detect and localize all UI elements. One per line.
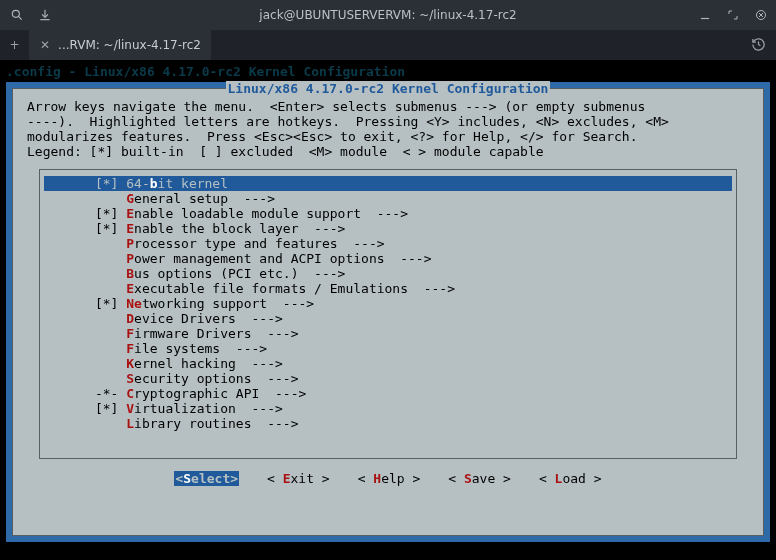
menu-item[interactable]: -*- Cryptographic API ---> (44, 386, 732, 401)
menu-item[interactable]: [*] 64-bit kernel (44, 176, 732, 191)
menu-item[interactable]: Executable file formats / Emulations ---… (44, 281, 732, 296)
menu-list[interactable]: [*] 64-bit kernel General setup ---> [*]… (39, 169, 737, 459)
menu-item[interactable]: Bus options (PCI etc.) ---> (44, 266, 732, 281)
exit-button[interactable]: < Exit > (267, 471, 330, 486)
maximize-icon[interactable] (726, 8, 740, 22)
menu-item[interactable]: [*] Virtualization ---> (44, 401, 732, 416)
select-button[interactable]: <Select> (174, 471, 239, 486)
minimize-icon[interactable] (698, 8, 712, 22)
tab-label: ...RVM: ~/linux-4.17-rc2 (58, 38, 201, 52)
history-icon[interactable] (751, 37, 766, 55)
terminal-tab[interactable]: ✕ ...RVM: ~/linux-4.17-rc2 (30, 30, 212, 60)
menu-item[interactable]: [*] Enable loadable module support ---> (44, 206, 732, 221)
menu-item[interactable]: [*] Enable the block layer ---> (44, 221, 732, 236)
menu-item[interactable]: Kernel hacking ---> (44, 356, 732, 371)
background-config-line: .config - Linux/x86 4.17.0-rc2 Kernel Co… (6, 64, 770, 80)
download-icon[interactable] (38, 8, 52, 22)
dialog-title: Linux/x86 4.17.0-rc2 Kernel Configuratio… (13, 81, 763, 96)
button-row: <Select>< Exit >< Help >< Save >< Load > (13, 459, 763, 496)
window-titlebar: jack@UBUNTUSERVERVM: ~/linux-4.17-rc2 (0, 0, 776, 30)
svg-point-0 (12, 10, 19, 17)
save-button[interactable]: < Save > (448, 471, 511, 486)
menu-item[interactable]: Power management and ACPI options ---> (44, 251, 732, 266)
menu-item[interactable]: Processor type and features ---> (44, 236, 732, 251)
close-icon[interactable] (754, 8, 768, 22)
menu-item[interactable]: Library routines ---> (44, 416, 732, 431)
menuconfig-background: Linux/x86 4.17.0-rc2 Kernel Configuratio… (6, 82, 770, 542)
tab-bar: + ✕ ...RVM: ~/linux-4.17-rc2 (0, 30, 776, 60)
svg-line-1 (18, 16, 21, 19)
menu-item[interactable]: Security options ---> (44, 371, 732, 386)
search-icon[interactable] (10, 8, 24, 22)
terminal-area: .config - Linux/x86 4.17.0-rc2 Kernel Co… (0, 60, 776, 560)
help-button[interactable]: < Help > (358, 471, 421, 486)
menu-item[interactable]: [*] Networking support ---> (44, 296, 732, 311)
menu-item[interactable]: General setup ---> (44, 191, 732, 206)
tab-close-icon[interactable]: ✕ (40, 38, 50, 52)
dialog-help-text: Arrow keys navigate the menu. <Enter> se… (13, 89, 763, 165)
menu-item[interactable]: Device Drivers ---> (44, 311, 732, 326)
menu-item[interactable]: File systems ---> (44, 341, 732, 356)
menu-item[interactable]: Firmware Drivers ---> (44, 326, 732, 341)
window-title: jack@UBUNTUSERVERVM: ~/linux-4.17-rc2 (0, 8, 776, 22)
load-button[interactable]: < Load > (539, 471, 602, 486)
new-tab-button[interactable]: + (0, 30, 30, 60)
menuconfig-dialog: Linux/x86 4.17.0-rc2 Kernel Configuratio… (12, 88, 764, 536)
